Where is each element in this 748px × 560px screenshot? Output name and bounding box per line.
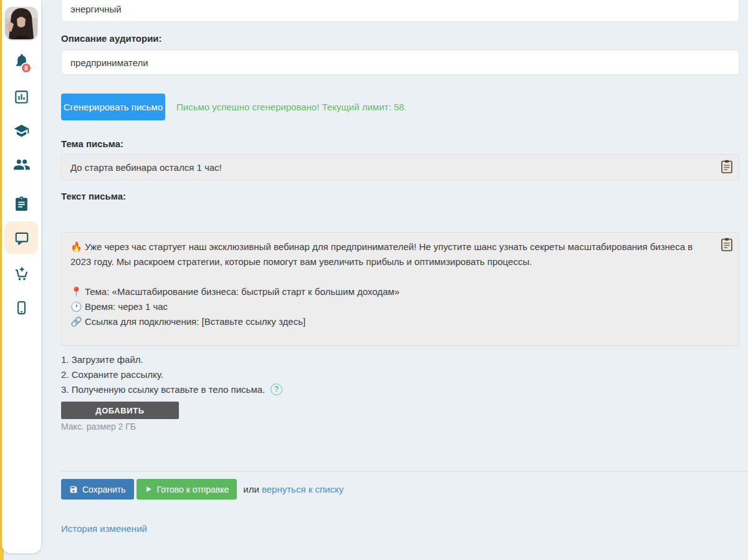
copy-body-button[interactable]	[721, 238, 733, 251]
subject-value: До старта вебинара остался 1 час!	[70, 162, 222, 173]
sidebar-item-education[interactable]	[2, 121, 41, 140]
history-link[interactable]: История изменений	[61, 523, 147, 534]
sidebar-item-mobile[interactable]	[2, 298, 41, 317]
sidebar-item-contacts[interactable]	[2, 155, 41, 174]
footer-divider	[61, 471, 748, 471]
body-field: 🔥 Уже через час стартует наш эксклюзивны…	[61, 232, 739, 346]
style-input[interactable]	[61, 0, 739, 22]
body-label: Текст письма:	[61, 191, 739, 201]
audience-label: Описание аудитории:	[61, 33, 739, 44]
generation-status-message: Письмо успешно сгенерировано! Текущий ли…	[176, 102, 407, 112]
audience-input[interactable]	[61, 50, 739, 75]
upload-step-2: 2. Сохраните рассылку.	[61, 368, 739, 380]
avatar-image	[5, 7, 37, 39]
subject-field[interactable]: До старта вебинара остался 1 час!	[61, 154, 739, 180]
body-textarea[interactable]: 🔥 Уже через час стартует наш эксклюзивны…	[62, 233, 739, 345]
upload-step-1: 1. Загрузите файл.	[61, 353, 739, 365]
back-to-list-link[interactable]: вернуться к списку	[262, 484, 343, 495]
ready-to-send-button[interactable]: Готово к отправке	[137, 479, 237, 500]
notification-badge: 8	[21, 62, 32, 74]
copy-subject-button[interactable]	[721, 160, 733, 173]
save-floppy-icon	[69, 485, 78, 494]
chat-icon	[14, 230, 30, 246]
upload-step-3: 3. Полученную ссылку вставьте в тело пис…	[61, 384, 265, 395]
sidebar-item-statistics[interactable]	[2, 87, 41, 106]
people-icon	[13, 156, 31, 173]
save-button[interactable]: Сохранить	[61, 479, 134, 500]
save-button-label: Сохранить	[82, 485, 126, 495]
main-content: Описание аудитории: Сгенерировать письмо…	[41, 0, 748, 560]
add-file-button[interactable]: ДОБАВИТЬ	[61, 402, 179, 419]
avatar[interactable]	[5, 7, 37, 39]
upload-step-3-row: 3. Полученную ссылку вставьте в тело пис…	[61, 383, 739, 395]
help-icon[interactable]: ?	[271, 384, 282, 395]
subject-label: Тема письма:	[61, 138, 739, 149]
sidebar: 8	[2, 0, 41, 553]
sidebar-item-shop[interactable]	[2, 264, 41, 283]
generate-letter-button[interactable]: Сгенерировать письмо	[61, 94, 165, 120]
ready-button-label: Готово к отправке	[157, 485, 229, 495]
or-text: или	[243, 484, 259, 495]
bar-chart-icon	[14, 89, 29, 105]
play-icon	[145, 485, 153, 493]
graduation-cap-icon	[13, 122, 30, 139]
copy-clipboard-icon	[721, 238, 733, 251]
sidebar-item-tasks[interactable]	[2, 194, 41, 213]
clipboard-icon	[14, 196, 29, 211]
app-window: 8	[0, 0, 748, 560]
copy-clipboard-icon	[721, 160, 733, 173]
sidebar-item-messages-active[interactable]	[2, 229, 41, 248]
phone-icon	[14, 300, 29, 316]
cart-plus-icon	[13, 266, 30, 282]
max-size-note: Макс. размер 2 ГБ	[61, 422, 739, 432]
